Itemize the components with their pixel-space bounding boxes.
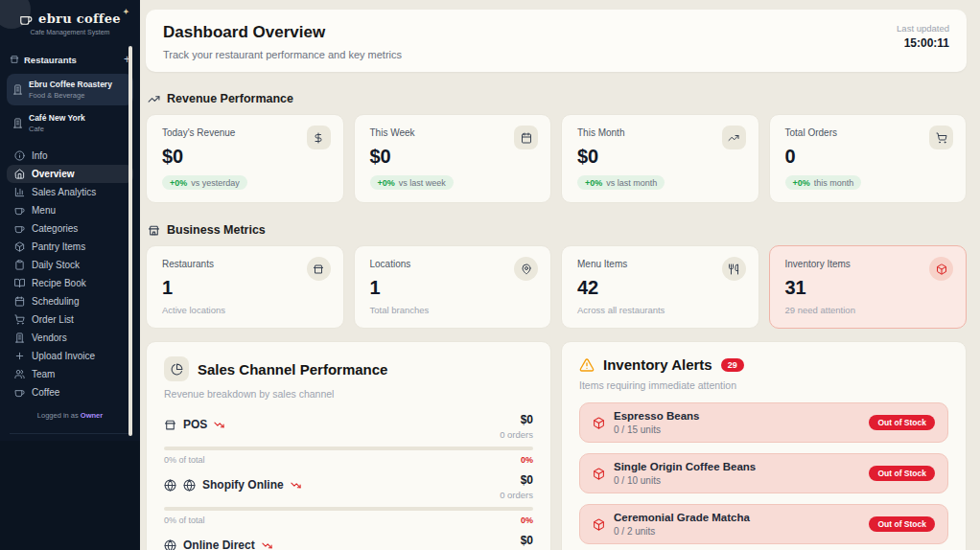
app-title: ebru coffee✦: [38, 11, 121, 26]
trend-badge: +0%vs last month: [577, 175, 665, 190]
restaurants-section-header: Restaurants +: [0, 45, 140, 72]
logged-in-status: Logged in as Owner: [0, 401, 140, 425]
trend-badge: +0%vs last week: [370, 175, 454, 190]
app-logo: ebru coffee✦ Cafe Management System: [0, 0, 140, 45]
calendar-icon: [514, 126, 538, 149]
channel-row-pos: POS $0 0 orders 0% of total0%: [164, 413, 533, 465]
store-icon: [148, 224, 160, 237]
sidebar-item-upload-invoice[interactable]: Upload Invoice: [7, 347, 133, 365]
cart-icon: [929, 126, 953, 149]
alert-item-espresso-beans: Espresso Beans 0 / 15 units Out of Stock: [579, 402, 948, 443]
sidebar-item-coffee[interactable]: Coffee: [7, 383, 133, 401]
restaurant-name: Café New York: [29, 113, 85, 123]
users-icon: [14, 369, 25, 379]
bar-chart-icon: [14, 187, 25, 197]
trending-down-icon: [262, 540, 272, 550]
alert-item-single-origin-coffee-beans: Single Origin Coffee Beans 0 / 10 units …: [579, 453, 948, 493]
stat-card-this-month: This Month $0 +0%vs last month: [561, 114, 759, 203]
channel-row-online-direct: Online Direct $0 0 orders 0% of total0%: [164, 534, 533, 550]
clipboard-icon: [14, 260, 25, 270]
metric-card-locations: Locations 1 Total branches: [354, 245, 552, 329]
sidebar-item-order-list[interactable]: Order List: [7, 310, 133, 329]
restaurant-item-cafe-new-york[interactable]: Café New York Cafe: [7, 107, 133, 139]
channel-progress-bar: [164, 507, 533, 511]
book-open-icon: [14, 278, 25, 288]
inventory-alerts-subtitle: Items requiring immediate attention: [579, 379, 948, 391]
store-icon: [164, 419, 176, 431]
trending-down-icon: [214, 420, 224, 430]
building-icon: [12, 118, 23, 128]
main-content: Dashboard Overview Track your restaurant…: [140, 0, 980, 550]
building-icon: [14, 332, 25, 343]
globe-icon: [183, 479, 196, 492]
package-icon: [929, 257, 953, 281]
package-icon: [14, 241, 25, 252]
alert-triangle-icon: [579, 357, 595, 373]
restaurant-type: Cafe: [29, 125, 85, 133]
metrics-section-header: Business Metrics: [148, 223, 965, 237]
sidebar-item-team[interactable]: Team: [7, 365, 133, 383]
utensils-icon: [722, 257, 746, 281]
last-updated-label: Last updated: [897, 23, 949, 34]
channel-progress-bar: [164, 447, 533, 450]
app-subtitle: Cafe Management System: [10, 29, 130, 35]
plus-icon: [14, 351, 25, 361]
stat-card-this-week: This Week $0 +0%vs last week: [354, 114, 552, 203]
globe-icon: [164, 539, 176, 550]
sales-channel-subtitle: Revenue breakdown by sales channel: [164, 388, 533, 400]
trending-down-icon: [291, 480, 301, 491]
inventory-alerts-panel: Inventory Alerts 29 Items requiring imme…: [561, 341, 967, 550]
sidebar-item-scheduling[interactable]: Scheduling: [7, 292, 133, 310]
building-icon: [12, 84, 23, 95]
coffee-icon: [14, 223, 25, 234]
sidebar-item-vendors[interactable]: Vendors: [7, 329, 133, 347]
store-icon: [307, 257, 331, 281]
sidebar-item-overview[interactable]: Overview: [7, 165, 133, 183]
coffee-icon: [14, 387, 25, 398]
metrics-cards: Restaurants 1 Active locations Locations…: [146, 245, 967, 329]
logged-in-user: Owner: [81, 411, 103, 420]
sidebar-item-daily-stock[interactable]: Daily Stock: [7, 256, 133, 274]
app-window: ebru coffee✦ Cafe Management System Rest…: [0, 0, 980, 550]
coffee-icon: [14, 205, 25, 216]
cart-icon: [14, 314, 25, 325]
restaurant-item-ebru-coffee-roastery[interactable]: Ebru Coffee Roastery Food & Beverage: [7, 74, 133, 105]
metric-card-menu-items: Menu Items 42 Across all restaurants: [561, 245, 759, 329]
revenue-section-header: Revenue Performance: [148, 92, 965, 105]
sidebar-item-recipe-book[interactable]: Recipe Book: [7, 274, 133, 292]
alerts-count-badge: 29: [721, 358, 744, 372]
dollar-icon: [307, 126, 331, 149]
sidebar: ebru coffee✦ Cafe Management System Rest…: [0, 0, 140, 550]
sidebar-bottom-panel: [0, 441, 140, 550]
restaurant-name: Ebru Coffee Roastery: [29, 80, 112, 89]
page-title: Dashboard Overview: [163, 23, 402, 42]
sparkle-icon: ✦: [123, 7, 129, 16]
home-icon: [14, 169, 25, 179]
map-pin-icon: [514, 257, 538, 281]
sidebar-scrollbar[interactable]: [128, 46, 132, 436]
store-icon: [10, 55, 19, 64]
sidebar-item-pantry-items[interactable]: Pantry Items: [7, 238, 133, 256]
inventory-alerts-title: Inventory Alerts: [603, 356, 712, 373]
sidebar-item-sales-analytics[interactable]: Sales Analytics: [7, 183, 133, 201]
sidebar-item-categories[interactable]: Categories: [7, 219, 133, 238]
globe-icon: [164, 479, 176, 492]
sidebar-nav: Info Overview Sales Analytics Menu Categ…: [0, 147, 140, 401]
page-subtitle: Track your restaurant performance and ke…: [163, 49, 402, 60]
trending-up-icon: [148, 93, 160, 105]
package-icon: [593, 417, 605, 429]
package-icon: [593, 468, 605, 480]
alert-item-ceremonial-grade-matcha: Ceremonial Grade Matcha 0 / 2 units Out …: [579, 504, 948, 544]
trending-up-icon: [722, 126, 746, 149]
sidebar-divider: [10, 433, 130, 434]
last-updated-time: 15:00:11: [897, 36, 949, 50]
package-icon: [593, 518, 605, 531]
metric-card-inventory-items: Inventory Items 31 29 need attention: [769, 245, 968, 329]
sidebar-item-menu[interactable]: Menu: [7, 201, 133, 219]
info-icon: [14, 150, 25, 161]
out-of-stock-badge: Out of Stock: [869, 466, 935, 481]
sidebar-item-info[interactable]: Info: [7, 147, 133, 165]
channel-row-shopify-online: Shopify Online $0 0 orders 0% of total0%: [164, 473, 533, 525]
restaurant-type: Food & Beverage: [29, 91, 112, 100]
calendar-icon: [14, 296, 25, 307]
